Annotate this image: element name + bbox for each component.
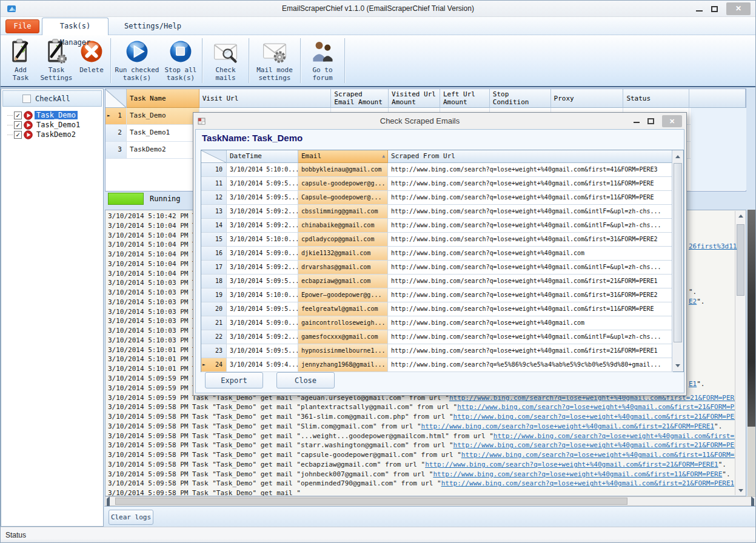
email-cell[interactable]: capsule-goodepower@g...	[298, 177, 388, 191]
datetime-cell[interactable]: 3/10/2014 5:09:2...	[227, 330, 298, 344]
column-header[interactable]	[689, 89, 746, 108]
grid-cell[interactable]: TaskDemo2	[127, 142, 199, 159]
grid-cell[interactable]: Task_Demo	[127, 108, 199, 125]
stop-all-button[interactable]: Stop all task(s)	[161, 35, 200, 85]
column-header[interactable]: Stop Condition	[490, 89, 551, 108]
datetime-cell[interactable]: 3/10/2014 5:09:5...	[227, 191, 298, 205]
run-checked-button[interactable]: Run checked task(s)	[113, 35, 161, 85]
url-cell[interactable]: http://www.bing.com/search?q=lose+weight…	[388, 191, 673, 205]
maximize-button[interactable]	[711, 6, 718, 12]
email-row[interactable]: 213/10/2014 5:09:0...gaincontrolloseweig…	[201, 316, 683, 330]
log-url-link[interactable]: http://www.bing.com/search?q=lose+weight…	[453, 441, 746, 449]
email-row[interactable]: 203/10/2014 5:09:5...feelgreatwl@gmail.c…	[201, 302, 683, 316]
url-cell[interactable]: http://www.bing.com/search?q=lose+weight…	[388, 205, 673, 219]
email-row[interactable]: 223/10/2014 5:09:2...gamesfocxxx@gmail.c…	[201, 330, 683, 344]
datetime-cell[interactable]: 3/10/2014 5:10:0...	[227, 233, 298, 247]
row-header[interactable]: 3	[105, 142, 127, 159]
scrollbar-thumb[interactable]	[737, 224, 744, 296]
column-header-datetime[interactable]: DateTime	[227, 150, 298, 163]
scroll-up-icon[interactable]	[735, 211, 746, 221]
url-cell[interactable]: http://www.bing.com/search?q=lose+weight…	[388, 344, 673, 358]
log-url-link[interactable]: http://www.bing.com/search?q=lose+weight…	[425, 461, 718, 468]
minimize-button[interactable]	[696, 7, 703, 12]
row-header[interactable]: 10	[201, 163, 227, 177]
email-cell[interactable]: djkie1132@gmail.com	[298, 247, 388, 261]
email-row[interactable]: 123/10/2014 5:09:5...Capsule—goodepower@…	[201, 191, 683, 205]
email-row[interactable]: 173/10/2014 5:09:2...drvarshas@gmail.com…	[201, 261, 683, 275]
task-checkbox[interactable]: ✓	[14, 112, 22, 119]
url-cell[interactable]: http://www.bing.com/search?q=lose+weight…	[388, 302, 673, 316]
row-header[interactable]: ►1	[105, 108, 127, 125]
email-row[interactable]: 103/10/2014 5:10:0...bobbykleinau@gmail.…	[201, 163, 683, 177]
scrollbar-thumb[interactable]	[115, 498, 627, 505]
scroll-down-icon[interactable]	[735, 485, 746, 495]
datetime-cell[interactable]: 3/10/2014 5:09:2...	[227, 219, 298, 233]
select-all-header[interactable]	[105, 89, 127, 108]
email-row[interactable]: 163/10/2014 5:09:0...djkie1132@gmail.com…	[201, 247, 683, 261]
row-header[interactable]: 11	[201, 177, 227, 191]
row-header[interactable]: 17	[201, 261, 227, 275]
email-row[interactable]: ►243/10/2014 5:09:4...jennyzhang1968@gma…	[201, 358, 683, 372]
export-button[interactable]: Export	[205, 372, 263, 388]
email-cell[interactable]: feelgreatwl@gmail.com	[298, 302, 388, 316]
row-header[interactable]: 18	[201, 275, 227, 288]
log-url-link[interactable]: http://www.bing.com/search?q=lose+weight…	[461, 451, 746, 459]
column-header[interactable]: Proxy	[551, 89, 624, 108]
clear-logs-button[interactable]: Clear logs	[109, 510, 153, 525]
scrollbar-thumb[interactable]	[674, 163, 682, 342]
email-row[interactable]: 153/10/2014 5:10:0...cpdladycop@gmail.co…	[201, 233, 683, 247]
email-cell[interactable]: chinabaike@gmail.com	[298, 219, 388, 233]
tab-tasks-manager[interactable]: Task(s) Manager	[42, 18, 109, 35]
dialog-title-bar[interactable]: Check Scraped Emails ✕	[193, 113, 686, 129]
row-header[interactable]: 16	[201, 247, 227, 261]
url-cell[interactable]: http://www.bing.com/search?q=lose+weight…	[388, 233, 673, 247]
url-cell[interactable]: http://www.bing.com/search?q=lose+weight…	[388, 288, 673, 302]
go-to-forum-button[interactable]: Go to forum	[303, 35, 343, 85]
mail-mode-settings-button[interactable]: Mail mode settings	[251, 35, 298, 85]
add-task-button[interactable]: Add Task	[3, 35, 38, 85]
column-header[interactable]: Visited Url Amount	[389, 89, 440, 108]
row-header[interactable]: 23	[201, 344, 227, 358]
datetime-cell[interactable]: 3/10/2014 5:09:2...	[227, 261, 298, 275]
row-header[interactable]: 22	[201, 330, 227, 344]
url-cell[interactable]: http://www.bing.com/search?q=lose+weight…	[388, 261, 673, 275]
url-cell[interactable]: http://www.bing.com/search?q=lose+weight…	[388, 177, 673, 191]
select-all-header[interactable]	[201, 150, 227, 163]
log-vertical-scrollbar[interactable]	[735, 211, 746, 495]
table-vertical-scrollbar[interactable]	[672, 150, 683, 371]
email-cell[interactable]: cbsslimming@gmail.com	[298, 205, 388, 219]
email-row[interactable]: 133/10/2014 5:09:2...cbsslimming@gmail.c…	[201, 205, 683, 219]
datetime-cell[interactable]: 3/10/2014 5:09:4...	[227, 358, 298, 372]
row-header[interactable]: 21	[201, 316, 227, 330]
close-button[interactable]: ✕	[726, 2, 751, 15]
datetime-cell[interactable]: 3/10/2014 5:09:0...	[227, 316, 298, 330]
dialog-maximize-button[interactable]	[647, 118, 654, 124]
datetime-cell[interactable]: 3/10/2014 5:09:5...	[227, 177, 298, 191]
email-row[interactable]: 183/10/2014 5:09:5...ecbapziaw@gmail.com…	[201, 275, 683, 288]
grid-cell[interactable]: Task_Demo1	[127, 125, 199, 142]
column-header-email[interactable]: Email▲	[298, 150, 388, 163]
row-header[interactable]: 19	[201, 288, 227, 302]
column-header[interactable]: Visit Url	[199, 89, 332, 108]
log-horizontal-scrollbar[interactable]	[105, 496, 756, 506]
email-cell[interactable]: cpdladycop@gmail.com	[298, 233, 388, 247]
log-url-link[interactable]: http://www.bing.com/search?q=lose+weight…	[453, 413, 746, 421]
check-mails-button[interactable]: Check mails	[204, 35, 247, 85]
column-header-scraped-from-url[interactable]: Scraped From Url	[388, 150, 673, 163]
url-cell[interactable]: http://www.bing.com/search?q=lose+weight…	[388, 163, 673, 177]
row-header[interactable]: 2	[105, 125, 127, 142]
url-cell[interactable]: http://www.bing.com/search?q=%e5%86%9c%e…	[388, 358, 673, 372]
email-cell[interactable]: gamesfocxxx@gmail.com	[298, 330, 388, 344]
log-url-link[interactable]: http://www.bing.com/search?q=lose+weight…	[441, 479, 734, 487]
log-url-link[interactable]: 26first%3d11	[689, 242, 737, 250]
email-cell[interactable]: Epower—goodepower@g...	[298, 288, 388, 302]
email-row[interactable]: 233/10/2014 5:09:5...hypnosisinmelbourne…	[201, 344, 683, 358]
email-cell[interactable]: ecbapziaw@gmail.com	[298, 275, 388, 288]
log-url-link[interactable]: http://www.bing.com/search?q=lose+weight…	[457, 403, 746, 411]
datetime-cell[interactable]: 3/10/2014 5:09:5...	[227, 344, 298, 358]
task-tree-item[interactable]: ✓TaskDemo2	[1, 130, 103, 139]
datetime-cell[interactable]: 3/10/2014 5:09:5...	[227, 275, 298, 288]
log-url-link[interactable]: http://www.bing.com/search?q=lose+weight…	[421, 422, 714, 430]
url-cell[interactable]: http://www.bing.com/search?q=lose+weight…	[388, 275, 673, 288]
row-header[interactable]: ►24	[201, 358, 227, 372]
